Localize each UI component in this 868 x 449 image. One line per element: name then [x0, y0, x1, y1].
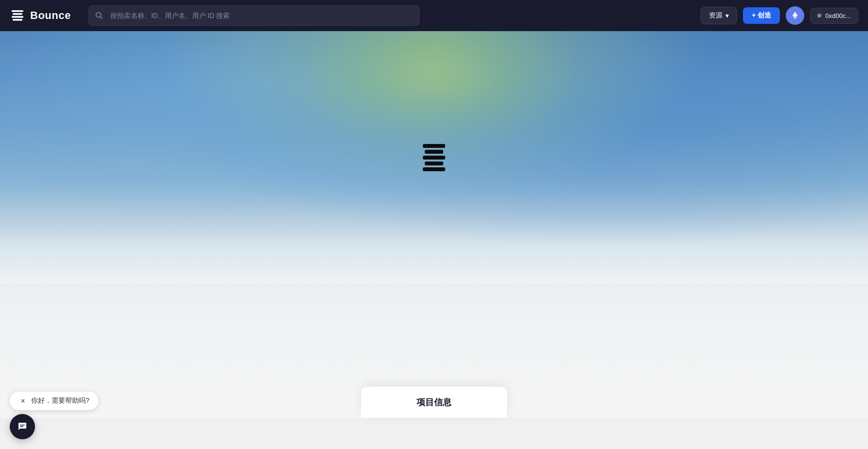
svg-rect-3: [13, 19, 22, 21]
chat-greeting-text: 你好，需要帮助吗?: [31, 396, 90, 405]
project-info-card: 项目信息: [361, 387, 507, 418]
chat-close-button[interactable]: ×: [18, 396, 27, 405]
svg-line-5: [100, 17, 102, 19]
svg-rect-11: [425, 162, 443, 165]
navbar: Bounce 资源 ▾ + 创造 0xd00c...: [0, 0, 868, 31]
svg-rect-8: [423, 144, 445, 148]
create-button[interactable]: + 创造: [743, 7, 780, 24]
resources-button[interactable]: 资源 ▾: [701, 7, 737, 24]
svg-rect-2: [12, 16, 23, 18]
center-bounce-logo: [419, 143, 449, 172]
eth-button[interactable]: [786, 6, 804, 25]
svg-rect-13: [20, 425, 25, 426]
svg-rect-12: [423, 167, 445, 171]
svg-rect-10: [423, 156, 445, 160]
wallet-address: 0xd00c...: [825, 12, 851, 19]
main-content: 项目信息: [0, 0, 868, 449]
logo-area: Bounce: [10, 8, 71, 23]
search-input[interactable]: [89, 5, 419, 26]
svg-rect-0: [12, 10, 23, 12]
chat-widget: × 你好，需要帮助吗?: [10, 392, 98, 439]
logo-text: Bounce: [30, 9, 71, 22]
wallet-button[interactable]: 0xd00c...: [810, 8, 858, 24]
resources-label: 资源: [709, 11, 723, 20]
search-bar: [89, 5, 419, 26]
search-icon: [95, 12, 103, 19]
project-info-label: 项目信息: [416, 397, 452, 407]
bottom-section: 项目信息: [0, 284, 868, 418]
bounce-logo-icon: [10, 8, 25, 23]
svg-rect-9: [425, 150, 443, 154]
svg-rect-14: [20, 426, 23, 427]
navbar-right: 资源 ▾ + 创造 0xd00c...: [701, 6, 858, 25]
chat-open-button[interactable]: [10, 414, 35, 439]
hero-section: [0, 31, 868, 284]
chat-bubble: × 你好，需要帮助吗?: [10, 392, 98, 410]
svg-rect-1: [13, 13, 22, 15]
chevron-down-icon: ▾: [725, 12, 729, 19]
wallet-status-dot: [817, 14, 821, 18]
